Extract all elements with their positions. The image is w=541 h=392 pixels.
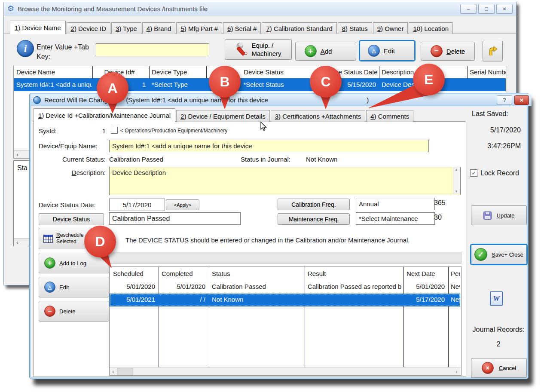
callout-badge-b: B — [209, 66, 241, 98]
calibration-freq-button[interactable]: Calibration Freq. — [278, 199, 350, 210]
add-button[interactable]: + Add — [295, 42, 356, 61]
col-serial-number[interactable]: Serial Number — [470, 68, 506, 76]
edit-icon: △ — [368, 45, 380, 57]
jump-button[interactable] — [483, 41, 503, 61]
cell-completed: 5/01/2020 — [162, 283, 205, 290]
journal-col-completed[interactable]: Completed — [162, 270, 207, 277]
key-input[interactable] — [96, 43, 209, 56]
check-icon: ✓ — [471, 171, 476, 176]
device-status-input[interactable]: Calibration Passed — [109, 212, 241, 225]
journal-hscroll[interactable]: ‹ › — [110, 368, 460, 375]
apply-button[interactable]: <Apply> — [166, 199, 199, 210]
delete-icon: − — [431, 45, 443, 57]
tab-device-id[interactable]: 2) Device ID — [67, 22, 111, 34]
schedule-grid-icon — [43, 235, 53, 243]
journal-col-status[interactable]: Status — [212, 270, 303, 277]
window-title: Browse the Monitoring and Measurement De… — [18, 5, 208, 12]
dialog-tab-details[interactable]: 2) Device / Equipment Details — [176, 110, 270, 122]
maintenance-freq-input[interactable]: *Select Maintenance — [356, 212, 435, 225]
status-date-input[interactable]: 5/17/2020 — [109, 199, 165, 211]
minimize-button[interactable]: – — [460, 4, 477, 14]
scroll-left-icon[interactable]: ‹ — [110, 368, 117, 375]
word-document-icon[interactable]: W — [490, 291, 503, 306]
delete-button[interactable]: − Delete — [421, 42, 475, 61]
cell-next-date: 5/01/2020 — [407, 283, 445, 290]
down-icon[interactable]: ▼ — [455, 190, 458, 193]
dialog-tab-journal[interactable]: 1) Device Id +Calibration/Maintenance Jo… — [34, 108, 175, 122]
current-status-value: Calibration Passed — [109, 156, 163, 163]
close-button[interactable]: × — [496, 4, 513, 14]
close-icon: × — [503, 6, 506, 12]
cell-scheduled: 5/01/2020 — [113, 283, 155, 290]
tab-serial[interactable]: 6) Serial # — [223, 22, 261, 34]
tab-location[interactable]: 10) Location — [409, 22, 453, 34]
dialog-title-paren: ) — [367, 96, 369, 104]
callout-badge-a: A — [97, 72, 128, 104]
dialog-close-button[interactable]: × — [514, 95, 529, 105]
journal-col-performed[interactable]: Perf — [451, 270, 460, 277]
status-in-journal-label: Status in Journal: — [241, 156, 290, 163]
dialog-tab-comments[interactable]: 4) Comments — [366, 110, 413, 122]
tab-owner[interactable]: 9) Owner — [373, 22, 408, 34]
equip-flag-checkbox[interactable] — [111, 127, 118, 134]
scroll-thumb[interactable] — [117, 368, 133, 375]
tab-calibration-standard[interactable]: 7) Calibration Standard — [262, 22, 336, 34]
current-status-label: Current Status: — [39, 156, 106, 163]
up-icon[interactable]: ▲ — [455, 168, 458, 172]
journal-row-2-selected[interactable]: 5/01/2021 / / Not Known 5/17/2020 Nev — [110, 294, 460, 306]
dialog-globe-icon — [33, 96, 41, 104]
callout-badge-c: C — [310, 66, 342, 98]
tab-mfg-part[interactable]: 5) Mfg Part # — [176, 22, 222, 34]
lock-record-checkbox[interactable]: ✓ — [470, 169, 477, 177]
journal-delete-button[interactable]: − Delete — [39, 301, 109, 322]
journal-edit-button[interactable]: △ Edit — [39, 277, 109, 297]
journal-col-scheduled[interactable]: Scheduled — [113, 270, 157, 277]
add-icon: + — [44, 257, 55, 269]
journal-col-next-date[interactable]: Next Date — [407, 270, 446, 277]
device-status-notice: The DEVICE STATUS should be entered or c… — [125, 236, 461, 244]
cell-performed: Nev — [451, 283, 460, 290]
col-device-type[interactable]: Device Type — [152, 68, 204, 76]
scroll-left-icon[interactable]: ‹ — [14, 151, 21, 158]
maximize-button[interactable]: □ — [478, 4, 495, 14]
description-scrollbar[interactable]: ▲ ▼ — [453, 167, 460, 194]
callout-badge-e: E — [413, 64, 445, 95]
equip-machinery-button[interactable]: Equip. /Machinery — [225, 39, 292, 60]
journal-row-1[interactable]: 5/01/2020 5/01/2020 Calibration Passed C… — [110, 281, 460, 294]
equip-label-1: Equip. / — [251, 42, 273, 49]
journal-records-label: Journal Records: — [468, 326, 529, 334]
tab-status[interactable]: 8) Status — [338, 22, 372, 34]
equip-flag-label: < Operations/Production Equipment/Machin… — [120, 128, 227, 134]
description-label: Description: — [39, 169, 106, 176]
save-close-button[interactable]: ✓ Save+ Close — [471, 245, 527, 264]
minimize-icon: – — [467, 6, 470, 12]
tab-type[interactable]: 3) Type — [111, 22, 141, 34]
browse-titlebar[interactable]: ⚙ Browse the Monitoring and Measurement … — [4, 2, 516, 15]
col-device-name[interactable]: Device Name — [16, 68, 90, 76]
dialog-tab-certifications[interactable]: 3) Certifications +Attachments — [271, 110, 366, 122]
cell-status: Not Known — [212, 296, 303, 303]
device-name-input[interactable]: System Id#:1 <add a unique name for this… — [109, 140, 429, 152]
last-saved-date: 5/17/2020 — [477, 126, 521, 134]
cancel-button[interactable]: × Cancel — [471, 358, 527, 378]
calibration-freq-input[interactable]: Annual — [356, 198, 435, 210]
device-status-button[interactable]: Device Status — [39, 213, 104, 225]
tab-brand[interactable]: 4) Brand — [142, 22, 176, 34]
maintenance-freq-button[interactable]: Maintenance Freq. — [278, 213, 350, 225]
status-date-label: Device Status Date: — [39, 201, 96, 208]
dialog-help-button[interactable]: ? — [497, 95, 512, 105]
wrench-icon — [235, 42, 250, 57]
tab-device-name[interactable]: 1) Device Name — [10, 21, 66, 34]
scroll-left-icon[interactable]: ‹ — [14, 239, 21, 246]
scroll-right-icon[interactable]: › — [453, 368, 460, 375]
sysid-value: 1 — [86, 127, 106, 135]
gear-icon: ⚙ — [7, 4, 14, 13]
info-icon: i — [17, 40, 34, 57]
journal-col-result[interactable]: Result — [308, 270, 402, 277]
update-button[interactable]: Update — [471, 205, 527, 225]
edit-button[interactable]: △ Edit — [360, 41, 415, 61]
cell-performed: Nev — [451, 296, 460, 303]
cell-completed: / / — [162, 296, 205, 303]
description-textarea[interactable]: Device Description ▲ ▼ — [109, 167, 461, 195]
close-icon: × — [520, 96, 524, 104]
